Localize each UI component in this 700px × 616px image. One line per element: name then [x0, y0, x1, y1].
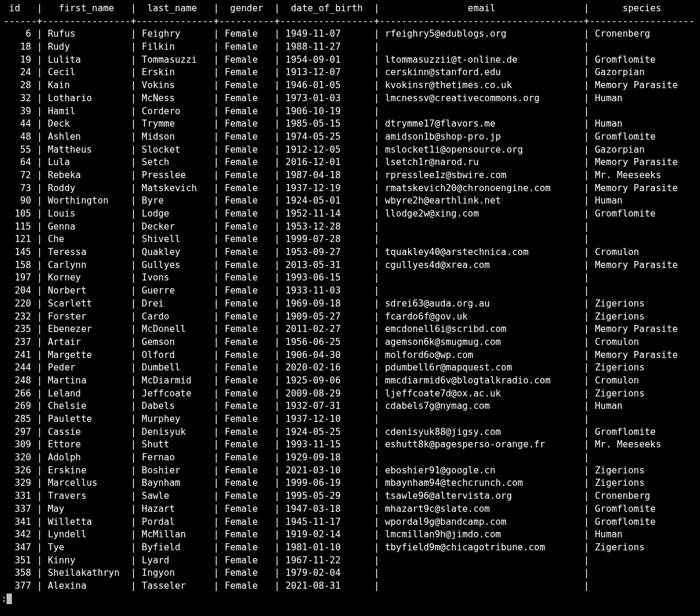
cursor — [7, 594, 12, 604]
terminal-output[interactable]: id | first_name | last_name | gender | d… — [0, 0, 700, 593]
pager-prompt[interactable]: : — [0, 593, 700, 606]
prompt-char: : — [1, 594, 7, 604]
